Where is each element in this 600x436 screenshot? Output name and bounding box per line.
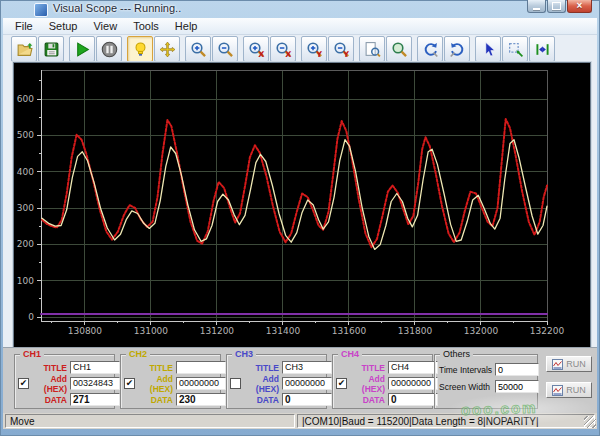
scope-plot-svg: 1308001310001312001314001316001318001320…: [14, 63, 590, 347]
menu-item-help[interactable]: Help: [167, 19, 206, 33]
ch3-data-field[interactable]: 0: [282, 393, 332, 406]
svg-text:131800: 131800: [398, 326, 433, 336]
select-region-icon: [507, 41, 524, 58]
ch3-data-label: DATA: [241, 395, 279, 405]
svg-text:200: 200: [17, 239, 34, 249]
close-button[interactable]: ×: [567, 0, 592, 13]
channel-group-ch4: CH4TITLECH4✔Add (HEX)00000000DATA0: [332, 354, 433, 409]
run-button-1[interactable]: RUN: [546, 356, 592, 372]
svg-text:X: X: [285, 50, 291, 58]
svg-text:X: X: [258, 50, 264, 58]
close-icon: ×: [577, 1, 583, 11]
zoom-fit-button[interactable]: [359, 36, 385, 62]
zoom-x-out-button[interactable]: X: [270, 36, 296, 62]
run-button-1-label: RUN: [566, 359, 586, 369]
svg-text:100: 100: [17, 276, 34, 286]
ch4-add-checkbox[interactable]: ✔: [336, 378, 347, 389]
window-title: Visual Scope --- Running..: [53, 2, 181, 14]
move-button[interactable]: [154, 36, 180, 62]
ch3-add-label: Add (HEX): [241, 374, 279, 394]
time-intervals-field[interactable]: [495, 363, 539, 376]
visual-scope-window: Visual Scope --- Running.. × FileSetupVi…: [0, 0, 600, 436]
menu-item-file[interactable]: File: [7, 19, 41, 33]
svg-text:130800: 130800: [68, 326, 103, 336]
light-icon: [132, 41, 149, 58]
play-button[interactable]: [69, 36, 95, 62]
svg-text:131200: 131200: [200, 326, 235, 336]
zoom-y-in-button[interactable]: Y: [301, 36, 327, 62]
ch4-add-field[interactable]: 00000000: [388, 377, 438, 390]
others-group-title: Others: [440, 349, 473, 359]
run-button-2[interactable]: RUN: [546, 382, 592, 398]
app-icon: [34, 3, 48, 17]
ch1-add-field[interactable]: 00324843: [70, 377, 120, 390]
zoom-in-button[interactable]: [185, 36, 211, 62]
pause-button[interactable]: [96, 36, 122, 62]
pause-icon: [101, 41, 118, 58]
screen-width-field[interactable]: [495, 380, 539, 393]
zoom-x-in-button[interactable]: X: [243, 36, 269, 62]
svg-text:Y: Y: [315, 50, 322, 58]
zoom-redo-button[interactable]: [444, 36, 470, 62]
channel-group-ch2: CH2TITLE✔Add (HEX)00000000DATA230: [120, 354, 221, 409]
maximize-button[interactable]: [547, 0, 566, 13]
ch3-add-field[interactable]: 00000000: [282, 377, 332, 390]
zoom-y-out-button[interactable]: Y: [328, 36, 354, 62]
svg-text:132000: 132000: [464, 326, 499, 336]
select-region-button[interactable]: [502, 36, 528, 62]
light-button[interactable]: [127, 36, 153, 62]
zoom-window-button[interactable]: [386, 36, 412, 62]
pointer-icon: [480, 41, 497, 58]
ch2-group-title: CH2: [126, 349, 150, 359]
ch2-data-field[interactable]: 230: [176, 393, 226, 406]
ch3-title-field[interactable]: CH3: [282, 361, 332, 374]
others-group: Others Time Intervals Screen Width: [434, 354, 538, 409]
zoom-in-icon: [190, 41, 207, 58]
cursors-button[interactable]: [529, 36, 555, 62]
ch2-add-field[interactable]: 00000000: [176, 377, 226, 390]
open-icon: [16, 41, 33, 58]
minimize-button[interactable]: [527, 0, 546, 13]
zoom-out-button[interactable]: [212, 36, 238, 62]
zoom-y-out-icon: Y: [333, 41, 350, 58]
save-icon: [43, 41, 60, 58]
status-com-settings: |COM10|Baud = 115200|Data Length = 8|NOP…: [297, 414, 595, 428]
svg-text:600: 600: [17, 94, 34, 104]
toolbar: XXYY: [3, 35, 597, 63]
ch2-data-label: DATA: [135, 395, 173, 405]
save-button[interactable]: [38, 36, 64, 62]
menu-item-setup[interactable]: Setup: [41, 19, 86, 33]
open-button[interactable]: [11, 36, 37, 62]
zoom-undo-icon: [422, 41, 439, 58]
ch1-add-checkbox[interactable]: ✔: [18, 378, 29, 389]
scope-plot[interactable]: 1308001310001312001314001316001318001320…: [14, 63, 590, 347]
run-buttons: RUN RUN: [546, 356, 594, 408]
resize-grip[interactable]: [584, 416, 596, 428]
channel-group-ch1: CH1TITLECH1✔Add (HEX)00324843DATA271: [14, 354, 115, 409]
ch3-add-checkbox[interactable]: [230, 378, 241, 389]
menu-item-tools[interactable]: Tools: [125, 19, 167, 33]
zoom-out-icon: [217, 41, 234, 58]
ch1-title-field[interactable]: CH1: [70, 361, 120, 374]
status-message: Move: [5, 414, 295, 428]
ch1-data-label: DATA: [29, 395, 67, 405]
ch4-add-label: Add (HEX): [347, 374, 385, 394]
screen-width-label: Screen Width: [439, 382, 495, 392]
svg-text:132200: 132200: [530, 326, 565, 336]
zoom-y-in-icon: Y: [306, 41, 323, 58]
ch2-title-label: TITLE: [135, 363, 173, 373]
ch1-data-field[interactable]: 271: [70, 393, 120, 406]
pointer-button[interactable]: [475, 36, 501, 62]
zoom-undo-button[interactable]: [417, 36, 443, 62]
run-icon: [552, 359, 563, 370]
ch4-title-field[interactable]: CH4: [388, 361, 438, 374]
ch2-add-checkbox[interactable]: ✔: [124, 378, 135, 389]
ch4-data-field[interactable]: 0: [388, 393, 438, 406]
svg-text:131600: 131600: [332, 326, 367, 336]
ch3-title-label: TITLE: [241, 363, 279, 373]
zoom-redo-icon: [449, 41, 466, 58]
menu-item-view[interactable]: View: [85, 19, 125, 33]
client-area: FileSetupViewToolsHelp XXYY 130800131000…: [3, 18, 597, 429]
ch2-title-field[interactable]: [176, 361, 226, 374]
titlebar[interactable]: Visual Scope --- Running.. ×: [0, 0, 600, 18]
